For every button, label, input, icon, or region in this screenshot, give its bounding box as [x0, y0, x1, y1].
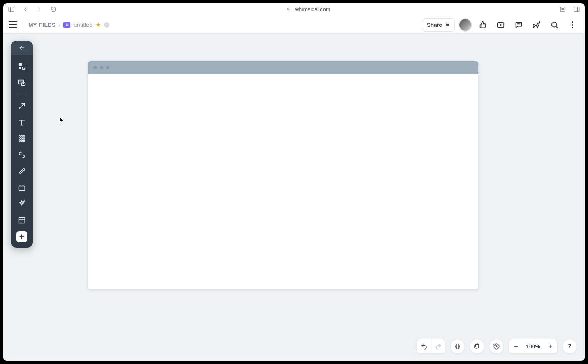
tool-toolbar [11, 41, 33, 248]
svg-rect-5 [574, 7, 579, 12]
svg-rect-36 [19, 186, 25, 190]
undo-redo-group [417, 339, 445, 354]
svg-line-21 [19, 104, 25, 109]
svg-point-25 [19, 136, 21, 137]
zoom-level[interactable]: 100% [523, 343, 543, 350]
undo-button[interactable] [417, 339, 431, 353]
arrow-tool[interactable] [14, 98, 30, 114]
toolbar-back-button[interactable] [11, 41, 33, 55]
send-button[interactable] [530, 18, 544, 32]
browser-window: whimsical.com MY FILES / ⊞ untitled ★ ✓ [3, 3, 585, 361]
app-header: MY FILES / ⊞ untitled ★ ✓ Share [3, 16, 585, 34]
file-type-icon: ⊞ [63, 22, 70, 28]
favorite-star-icon[interactable]: ★ [95, 21, 101, 28]
svg-point-16 [19, 67, 21, 69]
window-dot-icon [93, 66, 97, 69]
zoom-control: − 100% + [509, 339, 558, 354]
site-settings-icon[interactable] [285, 6, 292, 13]
cursor-icon [59, 117, 65, 125]
url-display[interactable]: whimsical.com [295, 6, 330, 12]
wireframe-titlebar[interactable] [88, 61, 478, 74]
thumbs-up-button[interactable] [476, 18, 490, 32]
breadcrumb: MY FILES / ⊞ untitled ★ ✓ [28, 21, 109, 28]
comments-button[interactable] [512, 18, 526, 32]
svg-rect-15 [19, 63, 22, 66]
window-dot-icon [106, 66, 109, 69]
add-tool-button[interactable] [16, 231, 27, 242]
svg-point-28 [19, 138, 21, 139]
more-button[interactable] [565, 18, 579, 32]
zoom-in-button[interactable]: + [543, 339, 557, 353]
svg-point-26 [21, 136, 23, 137]
search-button[interactable] [548, 18, 562, 32]
pencil-tool[interactable] [14, 164, 30, 179]
help-label: ? [568, 343, 572, 350]
svg-rect-0 [9, 7, 14, 12]
browser-chrome: whimsical.com [3, 3, 585, 16]
layout-tool[interactable] [14, 213, 30, 228]
back-icon[interactable] [22, 6, 29, 13]
section-tool[interactable] [14, 180, 30, 195]
share-button[interactable]: Share [422, 18, 455, 32]
pan-button[interactable] [470, 339, 484, 354]
toolbar-divider [16, 94, 27, 94]
tabs-icon[interactable] [573, 6, 580, 13]
svg-rect-7 [446, 24, 449, 26]
wireframe-window[interactable] [88, 61, 478, 289]
reader-icon[interactable] [559, 6, 566, 13]
svg-line-13 [556, 26, 558, 28]
frame-tool[interactable] [14, 75, 30, 91]
breadcrumb-root[interactable]: MY FILES [28, 22, 56, 28]
link-tool[interactable] [14, 147, 30, 163]
theme-button[interactable] [450, 339, 465, 354]
svg-point-30 [23, 138, 25, 139]
sidebar-toggle-icon[interactable] [8, 6, 15, 13]
svg-point-32 [21, 140, 23, 142]
lock-icon [445, 21, 450, 28]
breadcrumb-separator: / [59, 21, 60, 28]
user-avatar[interactable] [459, 18, 472, 32]
svg-marker-9 [500, 24, 502, 26]
grid-tool[interactable] [14, 131, 30, 146]
bottom-controls: − 100% + ? [417, 339, 577, 354]
divider [23, 20, 23, 30]
svg-point-27 [23, 136, 25, 137]
file-title[interactable]: untitled [74, 21, 92, 28]
elements-tool[interactable] [14, 59, 30, 74]
present-button[interactable] [494, 18, 508, 32]
svg-point-33 [23, 140, 25, 142]
sync-status-icon: ✓ [104, 22, 109, 28]
svg-point-31 [19, 140, 21, 142]
canvas[interactable]: − 100% + ? [3, 34, 585, 361]
share-label: Share [427, 22, 442, 28]
window-dot-icon [100, 66, 103, 69]
redo-button[interactable] [431, 339, 445, 353]
ai-tool[interactable] [14, 196, 30, 212]
text-tool[interactable] [14, 114, 30, 130]
menu-button[interactable] [9, 21, 17, 28]
reload-icon[interactable] [50, 6, 57, 13]
svg-rect-18 [19, 80, 24, 84]
help-button[interactable]: ? [562, 339, 577, 354]
forward-icon[interactable] [36, 6, 43, 13]
svg-point-37 [24, 201, 25, 202]
zoom-out-button[interactable]: − [509, 339, 523, 353]
svg-point-29 [21, 138, 23, 139]
history-button[interactable] [489, 339, 504, 354]
svg-rect-38 [19, 218, 25, 223]
